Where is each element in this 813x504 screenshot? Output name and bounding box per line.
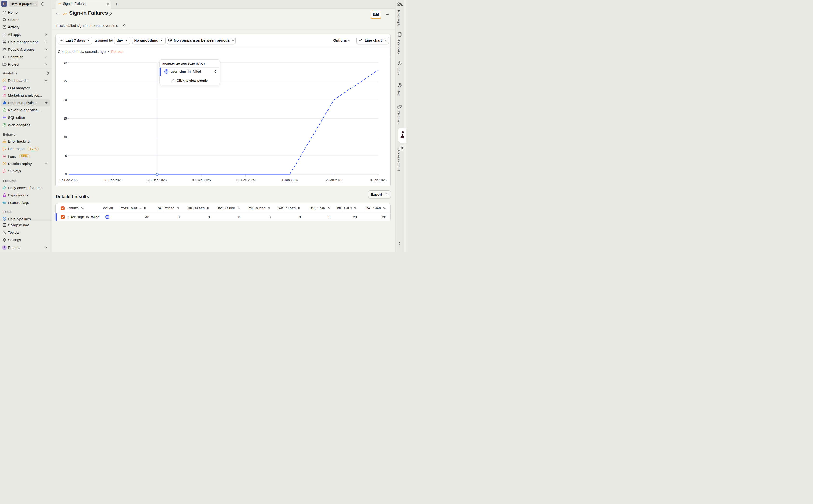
svg-text:30-Dec-2025: 30-Dec-2025: [192, 178, 211, 182]
svg-text:29-Dec-2025: 29-Dec-2025: [148, 178, 166, 182]
svg-text:0: 0: [65, 172, 67, 176]
svg-text:5: 5: [65, 154, 67, 157]
svg-text:10: 10: [63, 135, 67, 139]
svg-text:15: 15: [63, 117, 67, 120]
svg-text:3-Jan-2026: 3-Jan-2026: [370, 178, 386, 182]
svg-text:1-Jan-2026: 1-Jan-2026: [282, 178, 298, 182]
svg-text:30: 30: [63, 61, 67, 64]
svg-text:2-Jan-2026: 2-Jan-2026: [326, 178, 342, 182]
svg-text:28-Dec-2025: 28-Dec-2025: [103, 178, 122, 182]
svg-text:27-Dec-2025: 27-Dec-2025: [59, 178, 78, 182]
svg-text:31-Dec-2025: 31-Dec-2025: [236, 178, 255, 182]
svg-text:25: 25: [63, 79, 67, 83]
svg-text:20: 20: [63, 98, 67, 101]
